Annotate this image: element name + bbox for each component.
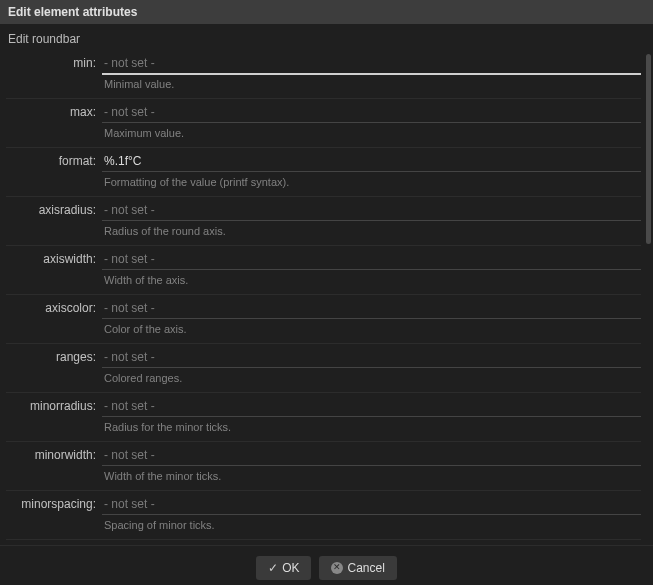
check-icon	[268, 561, 278, 575]
dialog-title: Edit element attributes	[0, 0, 653, 24]
field-input-format[interactable]	[102, 150, 641, 172]
field-wrap-minorspacing: Spacing of minor ticks.	[102, 493, 641, 539]
field-row-min: min:Minimal value.	[0, 50, 647, 98]
field-label-minorwidth: minorwidth:	[6, 444, 102, 462]
cancel-button-label: Cancel	[347, 561, 384, 575]
field-row-max: max:Maximum value.	[0, 99, 647, 147]
cancel-icon	[331, 562, 343, 574]
field-row-minorradius: minorradius:Radius for the minor ticks.	[0, 393, 647, 441]
field-wrap-format: Formatting of the value (printf syntax).	[102, 150, 641, 196]
field-wrap-axiscolor: Color of the axis.	[102, 297, 641, 343]
field-desc-ranges: Colored ranges.	[102, 368, 641, 392]
scrollbar[interactable]	[645, 50, 651, 530]
field-desc-axisradius: Radius of the round axis.	[102, 221, 641, 245]
field-input-ranges[interactable]	[102, 346, 641, 368]
field-label-min: min:	[6, 52, 102, 70]
field-wrap-minorwidth: Width of the minor ticks.	[102, 444, 641, 490]
field-row-axisradius: axisradius:Radius of the round axis.	[0, 197, 647, 245]
field-label-axisradius: axisradius:	[6, 199, 102, 217]
field-input-minorradius[interactable]	[102, 395, 641, 417]
field-input-max[interactable]	[102, 101, 641, 123]
field-input-minorcolor[interactable]	[102, 542, 641, 545]
field-label-ranges: ranges:	[6, 346, 102, 364]
field-input-axiscolor[interactable]	[102, 297, 641, 319]
field-row-minorspacing: minorspacing:Spacing of minor ticks.	[0, 491, 647, 539]
scrollbar-thumb[interactable]	[646, 54, 651, 244]
field-label-axiswidth: axiswidth:	[6, 248, 102, 266]
dialog-footer: OK Cancel	[0, 545, 653, 585]
field-wrap-axiswidth: Width of the axis.	[102, 248, 641, 294]
field-desc-minorradius: Radius for the minor ticks.	[102, 417, 641, 441]
fields-panel: min:Minimal value.max:Maximum value.form…	[0, 50, 653, 545]
field-desc-axiscolor: Color of the axis.	[102, 319, 641, 343]
field-desc-min: Minimal value.	[102, 74, 641, 98]
field-input-min[interactable]	[102, 52, 641, 74]
field-wrap-minorradius: Radius for the minor ticks.	[102, 395, 641, 441]
field-row-format: format:Formatting of the value (printf s…	[0, 148, 647, 196]
field-wrap-ranges: Colored ranges.	[102, 346, 641, 392]
field-row-axiscolor: axiscolor:Color of the axis.	[0, 295, 647, 343]
ok-button[interactable]: OK	[256, 556, 311, 580]
field-desc-axiswidth: Width of the axis.	[102, 270, 641, 294]
field-wrap-minorcolor	[102, 542, 641, 545]
field-label-minorcolor: minorcolor:	[6, 542, 102, 545]
dialog-subtitle: Edit roundbar	[0, 24, 653, 50]
field-wrap-max: Maximum value.	[102, 101, 641, 147]
field-label-format: format:	[6, 150, 102, 168]
field-label-axiscolor: axiscolor:	[6, 297, 102, 315]
field-row-minorwidth: minorwidth:Width of the minor ticks.	[0, 442, 647, 490]
field-wrap-axisradius: Radius of the round axis.	[102, 199, 641, 245]
field-desc-minorspacing: Spacing of minor ticks.	[102, 515, 641, 539]
field-label-minorradius: minorradius:	[6, 395, 102, 413]
field-label-max: max:	[6, 101, 102, 119]
field-input-minorspacing[interactable]	[102, 493, 641, 515]
field-desc-max: Maximum value.	[102, 123, 641, 147]
field-input-minorwidth[interactable]	[102, 444, 641, 466]
field-row-ranges: ranges:Colored ranges.	[0, 344, 647, 392]
field-wrap-min: Minimal value.	[102, 52, 641, 98]
cancel-button[interactable]: Cancel	[319, 556, 396, 580]
field-label-minorspacing: minorspacing:	[6, 493, 102, 511]
field-input-axisradius[interactable]	[102, 199, 641, 221]
field-row-minorcolor: minorcolor:	[0, 540, 647, 545]
field-desc-format: Formatting of the value (printf syntax).	[102, 172, 641, 196]
field-desc-minorwidth: Width of the minor ticks.	[102, 466, 641, 490]
ok-button-label: OK	[282, 561, 299, 575]
field-row-axiswidth: axiswidth:Width of the axis.	[0, 246, 647, 294]
field-input-axiswidth[interactable]	[102, 248, 641, 270]
